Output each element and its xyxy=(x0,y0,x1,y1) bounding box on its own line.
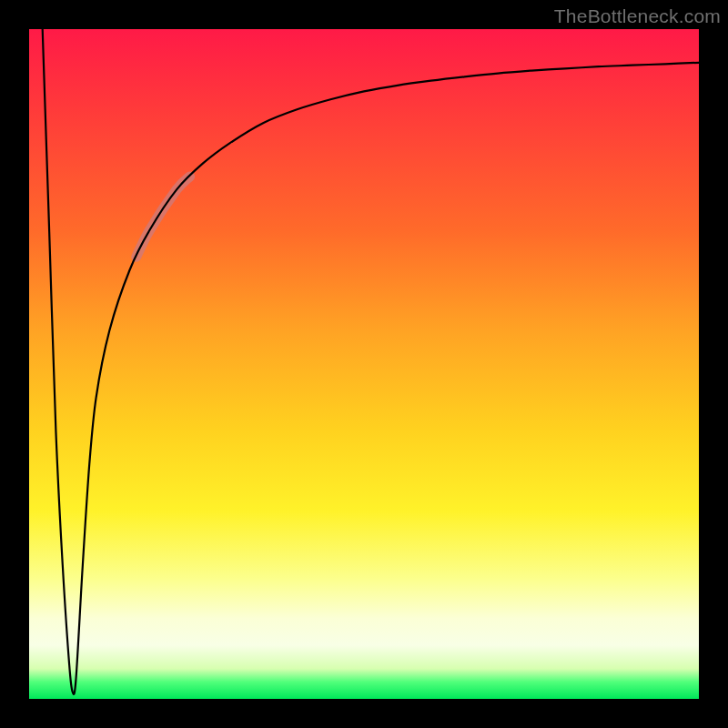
curve-svg xyxy=(29,29,699,699)
plot-area xyxy=(29,29,699,699)
watermark: TheBottleneck.com xyxy=(554,5,721,27)
highlight-segment xyxy=(136,177,190,257)
chart-frame: TheBottleneck.com xyxy=(0,0,728,728)
bottleneck-curve xyxy=(43,29,699,694)
